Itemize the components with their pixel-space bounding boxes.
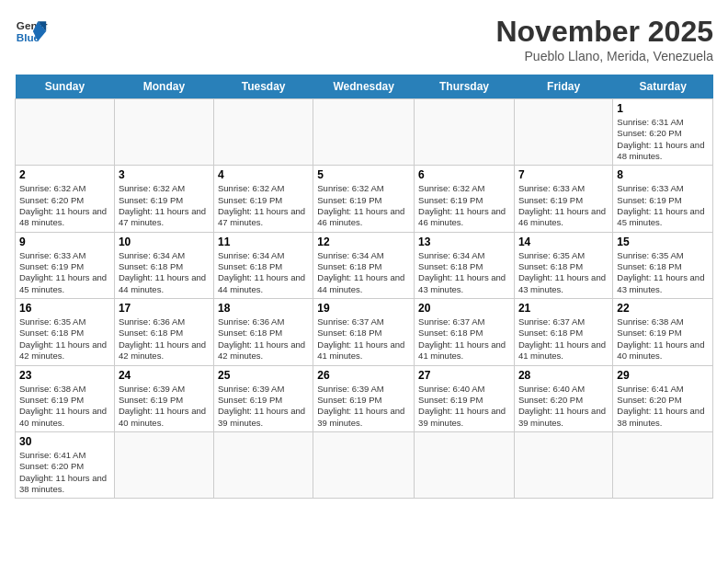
calendar-cell [415, 431, 515, 498]
logo-icon: General Blue [15, 15, 48, 48]
calendar-cell: 11Sunrise: 6:34 AM Sunset: 6:18 PM Dayli… [214, 232, 313, 298]
cell-content: Sunrise: 6:40 AM Sunset: 6:19 PM Dayligh… [418, 384, 510, 429]
date-number: 10 [119, 236, 210, 248]
calendar-cell: 8Sunrise: 6:33 AM Sunset: 6:19 PM Daylig… [613, 166, 713, 232]
calendar-cell: 17Sunrise: 6:36 AM Sunset: 6:18 PM Dayli… [114, 299, 213, 365]
title-area: November 2025 Pueblo Llano, Merida, Vene… [495, 15, 713, 63]
cell-content: Sunrise: 6:41 AM Sunset: 6:20 PM Dayligh… [19, 450, 110, 495]
calendar-cell [514, 431, 612, 498]
date-number: 24 [119, 369, 210, 382]
cell-content: Sunrise: 6:32 AM Sunset: 6:19 PM Dayligh… [317, 183, 410, 228]
calendar-cell: 27Sunrise: 6:40 AM Sunset: 6:19 PM Dayli… [415, 365, 515, 431]
calendar-week-2: 2Sunrise: 6:32 AM Sunset: 6:20 PM Daylig… [16, 166, 713, 232]
calendar-cell: 18Sunrise: 6:36 AM Sunset: 6:18 PM Dayli… [214, 299, 313, 365]
cell-content: Sunrise: 6:40 AM Sunset: 6:20 PM Dayligh… [518, 384, 609, 429]
calendar-cell [114, 431, 213, 498]
calendar-cell: 29Sunrise: 6:41 AM Sunset: 6:20 PM Dayli… [613, 365, 713, 431]
cell-content: Sunrise: 6:39 AM Sunset: 6:19 PM Dayligh… [218, 384, 309, 429]
date-number: 19 [317, 302, 410, 315]
cell-content: Sunrise: 6:33 AM Sunset: 6:19 PM Dayligh… [617, 183, 709, 228]
calendar-cell: 21Sunrise: 6:37 AM Sunset: 6:18 PM Dayli… [514, 299, 612, 365]
date-number: 1 [617, 102, 709, 115]
calendar-cell: 13Sunrise: 6:34 AM Sunset: 6:18 PM Dayli… [415, 232, 515, 298]
calendar-cell: 30Sunrise: 6:41 AM Sunset: 6:20 PM Dayli… [16, 431, 115, 498]
cell-content: Sunrise: 6:37 AM Sunset: 6:18 PM Dayligh… [518, 316, 609, 362]
date-number: 6 [418, 168, 510, 181]
date-number: 25 [218, 369, 309, 382]
calendar-cell [514, 99, 612, 166]
calendar-cell: 20Sunrise: 6:37 AM Sunset: 6:18 PM Dayli… [415, 299, 515, 365]
cell-content: Sunrise: 6:36 AM Sunset: 6:18 PM Dayligh… [119, 316, 210, 362]
date-number: 23 [19, 369, 110, 382]
calendar-cell: 22Sunrise: 6:38 AM Sunset: 6:19 PM Dayli… [613, 299, 713, 365]
date-number: 12 [317, 236, 410, 248]
calendar-cell: 23Sunrise: 6:38 AM Sunset: 6:19 PM Dayli… [16, 365, 115, 431]
date-number: 7 [518, 168, 609, 181]
calendar-cell: 12Sunrise: 6:34 AM Sunset: 6:18 PM Dayli… [313, 232, 415, 298]
weekday-header-friday: Friday [514, 75, 612, 99]
calendar-cell: 6Sunrise: 6:32 AM Sunset: 6:19 PM Daylig… [415, 166, 515, 232]
calendar-cell: 24Sunrise: 6:39 AM Sunset: 6:19 PM Dayli… [114, 365, 213, 431]
calendar-cell [613, 431, 713, 498]
cell-content: Sunrise: 6:37 AM Sunset: 6:18 PM Dayligh… [418, 316, 510, 362]
calendar-cell: 19Sunrise: 6:37 AM Sunset: 6:18 PM Dayli… [313, 299, 415, 365]
cell-content: Sunrise: 6:35 AM Sunset: 6:18 PM Dayligh… [617, 250, 709, 295]
date-number: 28 [518, 369, 609, 382]
date-number: 29 [617, 369, 709, 382]
weekday-header-tuesday: Tuesday [214, 75, 313, 99]
weekday-header-monday: Monday [114, 75, 213, 99]
calendar-table: SundayMondayTuesdayWednesdayThursdayFrid… [15, 75, 713, 499]
date-number: 18 [218, 302, 309, 315]
date-number: 15 [617, 236, 709, 248]
calendar-week-1: 1Sunrise: 6:31 AM Sunset: 6:20 PM Daylig… [16, 99, 713, 166]
calendar-cell [313, 431, 415, 498]
calendar-cell: 5Sunrise: 6:32 AM Sunset: 6:19 PM Daylig… [313, 166, 415, 232]
cell-content: Sunrise: 6:31 AM Sunset: 6:20 PM Dayligh… [617, 117, 709, 162]
calendar-cell [313, 99, 415, 166]
calendar-cell: 28Sunrise: 6:40 AM Sunset: 6:20 PM Dayli… [514, 365, 612, 431]
date-number: 2 [19, 168, 110, 181]
calendar-cell: 4Sunrise: 6:32 AM Sunset: 6:19 PM Daylig… [214, 166, 313, 232]
calendar-cell: 15Sunrise: 6:35 AM Sunset: 6:18 PM Dayli… [613, 232, 713, 298]
logo: General Blue [15, 15, 48, 48]
cell-content: Sunrise: 6:41 AM Sunset: 6:20 PM Dayligh… [617, 384, 709, 429]
page-header: General Blue November 2025 Pueblo Llano,… [15, 15, 713, 63]
weekday-header-row: SundayMondayTuesdayWednesdayThursdayFrid… [16, 75, 713, 99]
calendar-cell [415, 99, 515, 166]
calendar-cell: 16Sunrise: 6:35 AM Sunset: 6:18 PM Dayli… [16, 299, 115, 365]
weekday-header-wednesday: Wednesday [313, 75, 415, 99]
cell-content: Sunrise: 6:33 AM Sunset: 6:19 PM Dayligh… [518, 183, 609, 228]
cell-content: Sunrise: 6:34 AM Sunset: 6:18 PM Dayligh… [317, 250, 410, 295]
date-number: 27 [418, 369, 510, 382]
date-number: 13 [418, 236, 510, 248]
date-number: 9 [19, 236, 110, 248]
cell-content: Sunrise: 6:35 AM Sunset: 6:18 PM Dayligh… [518, 250, 609, 295]
weekday-header-thursday: Thursday [415, 75, 515, 99]
calendar-cell [214, 99, 313, 166]
calendar-week-6: 30Sunrise: 6:41 AM Sunset: 6:20 PM Dayli… [16, 431, 713, 498]
calendar-week-4: 16Sunrise: 6:35 AM Sunset: 6:18 PM Dayli… [16, 299, 713, 365]
date-number: 16 [19, 302, 110, 315]
cell-content: Sunrise: 6:38 AM Sunset: 6:19 PM Dayligh… [19, 384, 110, 429]
date-number: 22 [617, 302, 709, 315]
cell-content: Sunrise: 6:34 AM Sunset: 6:18 PM Dayligh… [418, 250, 510, 295]
cell-content: Sunrise: 6:39 AM Sunset: 6:19 PM Dayligh… [119, 384, 210, 429]
calendar-cell: 3Sunrise: 6:32 AM Sunset: 6:19 PM Daylig… [114, 166, 213, 232]
calendar-cell: 7Sunrise: 6:33 AM Sunset: 6:19 PM Daylig… [514, 166, 612, 232]
calendar-cell [114, 99, 213, 166]
date-number: 5 [317, 168, 410, 181]
date-number: 14 [518, 236, 609, 248]
cell-content: Sunrise: 6:32 AM Sunset: 6:20 PM Dayligh… [19, 183, 110, 228]
date-number: 11 [218, 236, 309, 248]
cell-content: Sunrise: 6:36 AM Sunset: 6:18 PM Dayligh… [218, 316, 309, 362]
cell-content: Sunrise: 6:38 AM Sunset: 6:19 PM Dayligh… [617, 316, 709, 362]
calendar-cell: 14Sunrise: 6:35 AM Sunset: 6:18 PM Dayli… [514, 232, 612, 298]
location: Pueblo Llano, Merida, Venezuela [495, 49, 713, 63]
month-title: November 2025 [495, 15, 713, 49]
calendar-cell: 25Sunrise: 6:39 AM Sunset: 6:19 PM Dayli… [214, 365, 313, 431]
calendar-cell: 2Sunrise: 6:32 AM Sunset: 6:20 PM Daylig… [16, 166, 115, 232]
date-number: 21 [518, 302, 609, 315]
calendar-cell [214, 431, 313, 498]
calendar-cell: 1Sunrise: 6:31 AM Sunset: 6:20 PM Daylig… [613, 99, 713, 166]
cell-content: Sunrise: 6:32 AM Sunset: 6:19 PM Dayligh… [218, 183, 309, 228]
